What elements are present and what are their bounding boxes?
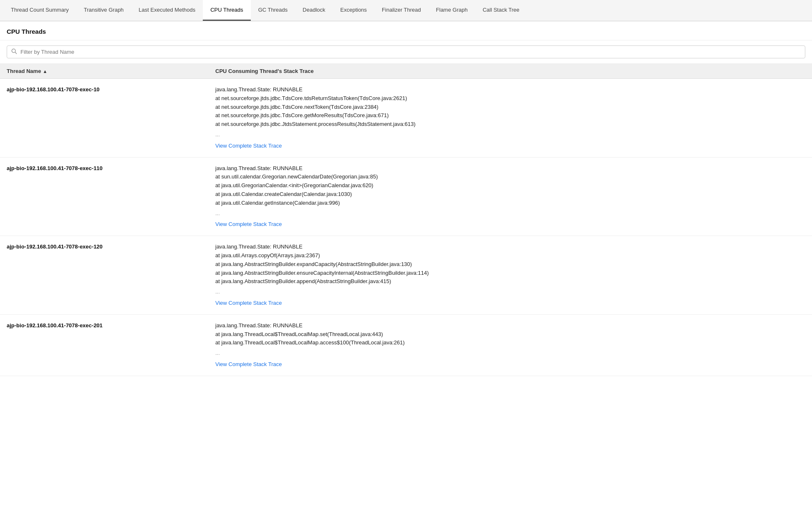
view-complete-stack-trace-link[interactable]: View Complete Stack Trace (215, 299, 282, 308)
stack-trace-cell: java.lang.Thread.State: RUNNABLEat sun.u… (215, 164, 805, 229)
stack-trace-cell: java.lang.Thread.State: RUNNABLEat net.s… (215, 85, 805, 151)
thread-name-column-header: Thread Name ▲ (7, 68, 215, 74)
thread-name-cell: ajp-bio-192.168.100.41-7078-exec-120 (7, 243, 215, 250)
view-complete-stack-trace-link[interactable]: View Complete Stack Trace (215, 220, 282, 229)
stack-trace-line: at java.lang.AbstractStringBuilder.ensur… (215, 269, 805, 278)
ellipsis: ... (215, 349, 805, 358)
tab-cpu-threads[interactable]: CPU Threads (203, 0, 251, 21)
tab-exceptions[interactable]: Exceptions (333, 0, 375, 21)
stack-trace-line: at net.sourceforge.jtds.jdbc.TdsCore.nex… (215, 103, 805, 112)
nav-tabs: Thread Count SummaryTransitive GraphLast… (0, 0, 812, 21)
sort-asc-icon[interactable]: ▲ (43, 69, 47, 74)
page-title: CPU Threads (0, 21, 812, 40)
stack-trace-line: at sun.util.calendar.Gregorian.newCalend… (215, 173, 805, 181)
search-bar (0, 40, 812, 64)
table-row: ajp-bio-192.168.100.41-7078-exec-201java… (0, 315, 812, 376)
stack-trace-line: at java.util.Calendar.getInstance(Calend… (215, 199, 805, 208)
stack-trace-line: at java.lang.ThreadLocal$ThreadLocalMap.… (215, 339, 805, 347)
stack-trace-line: at net.sourceforge.jtds.jdbc.JtdsStateme… (215, 120, 805, 129)
search-input[interactable] (20, 49, 801, 55)
ellipsis: ... (215, 209, 805, 218)
view-complete-stack-trace-link[interactable]: View Complete Stack Trace (215, 360, 282, 369)
stack-trace-line: at java.lang.AbstractStringBuilder.appen… (215, 277, 805, 286)
thread-name-cell: ajp-bio-192.168.100.41-7078-exec-201 (7, 321, 215, 329)
table-header: Thread Name ▲ CPU Consuming Thread's Sta… (0, 64, 812, 79)
tab-call-stack-tree[interactable]: Call Stack Tree (475, 0, 527, 21)
stack-trace-line: java.lang.Thread.State: RUNNABLE (215, 321, 805, 330)
stack-trace-line: java.lang.Thread.State: RUNNABLE (215, 243, 805, 251)
stack-trace-line: java.lang.Thread.State: RUNNABLE (215, 85, 805, 94)
tab-transitive-graph[interactable]: Transitive Graph (76, 0, 131, 21)
thread-name-cell: ajp-bio-192.168.100.41-7078-exec-110 (7, 164, 215, 171)
view-complete-stack-trace-link[interactable]: View Complete Stack Trace (215, 142, 282, 151)
stack-trace-cell: java.lang.Thread.State: RUNNABLEat java.… (215, 321, 805, 369)
table-body: ajp-bio-192.168.100.41-7078-exec-10java.… (0, 79, 812, 376)
svg-line-1 (15, 52, 17, 54)
thread-name-cell: ajp-bio-192.168.100.41-7078-exec-10 (7, 85, 215, 93)
tab-thread-count-summary[interactable]: Thread Count Summary (3, 0, 76, 21)
ellipsis: ... (215, 130, 805, 139)
stack-trace-line: at java.util.Calendar.createCalendar(Cal… (215, 190, 805, 199)
table-row: ajp-bio-192.168.100.41-7078-exec-10java.… (0, 79, 812, 158)
stack-trace-line: at java.util.Arrays.copyOf(Arrays.java:2… (215, 251, 805, 260)
search-icon (11, 48, 17, 55)
tab-deadlock[interactable]: Deadlock (295, 0, 333, 21)
ellipsis: ... (215, 288, 805, 296)
stack-trace-column-header: CPU Consuming Thread's Stack Trace (215, 68, 805, 74)
stack-trace-cell: java.lang.Thread.State: RUNNABLEat java.… (215, 243, 805, 308)
stack-trace-line: at java.util.GregorianCalendar.<init>(Gr… (215, 181, 805, 190)
stack-trace-line: java.lang.Thread.State: RUNNABLE (215, 164, 805, 173)
stack-trace-line: at net.sourceforge.jtds.jdbc.TdsCore.tds… (215, 94, 805, 103)
table-container: Thread Name ▲ CPU Consuming Thread's Sta… (0, 64, 812, 376)
stack-trace-line: at java.lang.ThreadLocal$ThreadLocalMap.… (215, 330, 805, 339)
tab-gc-threads[interactable]: GC Threads (251, 0, 295, 21)
search-input-wrapper (7, 45, 805, 58)
stack-trace-line: at java.lang.AbstractStringBuilder.expan… (215, 260, 805, 269)
table-row: ajp-bio-192.168.100.41-7078-exec-110java… (0, 158, 812, 236)
tab-last-executed-methods[interactable]: Last Executed Methods (131, 0, 203, 21)
tab-flame-graph[interactable]: Flame Graph (429, 0, 475, 21)
stack-trace-line: at net.sourceforge.jtds.jdbc.TdsCore.get… (215, 111, 805, 120)
tab-finalizer-thread[interactable]: Finalizer Thread (374, 0, 429, 21)
table-row: ajp-bio-192.168.100.41-7078-exec-120java… (0, 236, 812, 315)
